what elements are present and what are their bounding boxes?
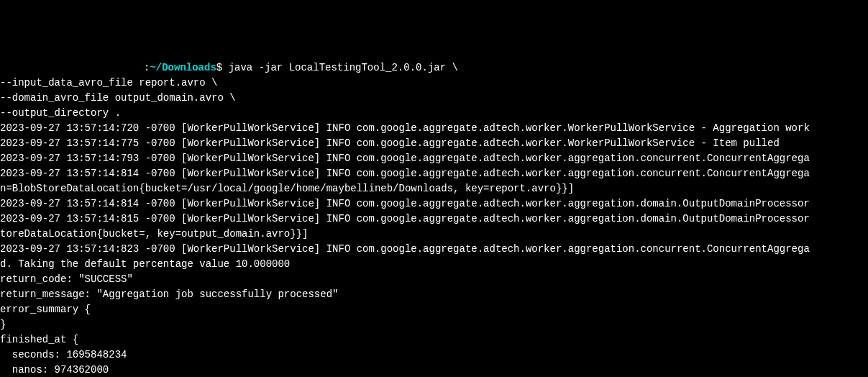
log-line-9: 2023-09-27 13:57:14:823 -0700 [WorkerPul… [0, 242, 868, 257]
log-line-16: seconds: 1695848234 [0, 348, 868, 363]
log-line-6: 2023-09-27 13:57:14:814 -0700 [WorkerPul… [0, 196, 868, 212]
prompt-dollar: $ [216, 62, 222, 73]
command-line-2: --input_data_avro_file report.avro \ [0, 76, 868, 91]
prompt-line: :~/Downloads$ java -jar LocalTestingTool… [0, 60, 868, 76]
log-line-1: 2023-09-27 13:57:14:720 -0700 [WorkerPul… [0, 121, 868, 136]
log-line-4: 2023-09-27 13:57:14:814 -0700 [WorkerPul… [0, 166, 868, 181]
log-line-13: error_summary { [0, 302, 868, 317]
log-line-5: n=BlobStoreDataLocation{bucket=/usr/loca… [0, 181, 868, 196]
command-line-1: java -jar LocalTestingTool_2.0.0.jar \ [222, 62, 458, 73]
log-line-17: nanos: 974362000 [0, 363, 868, 377]
log-line-10: d. Taking the default percentage value 1… [0, 257, 868, 272]
log-line-8: toreDataLocation{bucket=, key=output_dom… [0, 227, 868, 242]
redacted-user-host [0, 60, 144, 76]
log-line-11: return_code: "SUCCESS" [0, 272, 868, 287]
command-line-4: --output_directory . [0, 106, 868, 121]
command-line-3: --domain_avro_file output_domain.avro \ [0, 91, 868, 106]
log-line-15: finished_at { [0, 332, 868, 348]
log-line-12: return_message: "Aggregation job success… [0, 287, 868, 302]
prompt-path: ~/Downloads [150, 62, 216, 73]
log-line-2: 2023-09-27 13:57:14:775 -0700 [WorkerPul… [0, 136, 868, 151]
log-line-3: 2023-09-27 13:57:14:793 -0700 [WorkerPul… [0, 151, 868, 166]
terminal-output[interactable]: :~/Downloads$ java -jar LocalTestingTool… [0, 60, 868, 377]
log-line-14: } [0, 317, 868, 332]
log-line-7: 2023-09-27 13:57:14:815 -0700 [WorkerPul… [0, 212, 868, 227]
